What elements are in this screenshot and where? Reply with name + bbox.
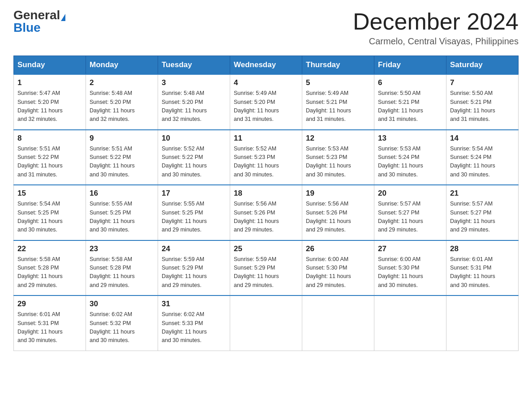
calendar-day-cell (374, 295, 446, 351)
calendar-header-row: SundayMondayTuesdayWednesdayThursdayFrid… (14, 56, 519, 75)
day-info: Sunrise: 6:02 AM Sunset: 5:33 PM Dayligh… (162, 310, 226, 345)
day-info: Sunrise: 5:58 AM Sunset: 5:28 PM Dayligh… (17, 255, 82, 290)
day-number: 9 (90, 134, 154, 143)
day-of-week-header: Monday (86, 56, 158, 75)
day-info: Sunrise: 5:52 AM Sunset: 5:23 PM Dayligh… (234, 145, 298, 180)
day-number: 27 (378, 244, 442, 253)
day-info: Sunrise: 6:02 AM Sunset: 5:32 PM Dayligh… (90, 310, 154, 345)
day-info: Sunrise: 5:56 AM Sunset: 5:26 PM Dayligh… (234, 200, 298, 235)
calendar-day-cell: 2 Sunrise: 5:48 AM Sunset: 5:20 PM Dayli… (86, 74, 158, 130)
day-info: Sunrise: 5:52 AM Sunset: 5:22 PM Dayligh… (162, 145, 226, 180)
calendar-week-row: 15 Sunrise: 5:54 AM Sunset: 5:25 PM Dayl… (14, 185, 519, 240)
logo-general-text: General (13, 8, 60, 22)
day-info: Sunrise: 5:47 AM Sunset: 5:20 PM Dayligh… (17, 89, 82, 124)
calendar-day-cell (446, 295, 519, 351)
day-info: Sunrise: 6:01 AM Sunset: 5:31 PM Dayligh… (450, 255, 515, 290)
day-number: 11 (234, 134, 298, 143)
day-info: Sunrise: 5:57 AM Sunset: 5:27 PM Dayligh… (378, 200, 442, 235)
calendar-day-cell: 29 Sunrise: 6:01 AM Sunset: 5:31 PM Dayl… (14, 295, 86, 351)
logo-top: General (13, 9, 65, 21)
day-number: 6 (378, 78, 442, 87)
calendar-day-cell: 15 Sunrise: 5:54 AM Sunset: 5:25 PM Dayl… (14, 185, 86, 240)
day-number: 20 (378, 189, 442, 198)
calendar-day-cell: 3 Sunrise: 5:48 AM Sunset: 5:20 PM Dayli… (158, 74, 230, 130)
calendar-day-cell: 6 Sunrise: 5:50 AM Sunset: 5:21 PM Dayli… (374, 74, 446, 130)
day-info: Sunrise: 6:00 AM Sunset: 5:30 PM Dayligh… (378, 255, 442, 290)
calendar-day-cell (302, 295, 374, 351)
day-info: Sunrise: 5:55 AM Sunset: 5:25 PM Dayligh… (162, 200, 226, 235)
day-number: 19 (306, 189, 370, 198)
day-of-week-header: Thursday (302, 56, 374, 75)
calendar-day-cell: 8 Sunrise: 5:51 AM Sunset: 5:22 PM Dayli… (14, 130, 86, 185)
day-number: 23 (90, 244, 154, 253)
calendar-week-row: 22 Sunrise: 5:58 AM Sunset: 5:28 PM Dayl… (14, 240, 519, 296)
day-info: Sunrise: 5:55 AM Sunset: 5:25 PM Dayligh… (90, 200, 154, 235)
day-number: 8 (17, 134, 82, 143)
calendar-day-cell: 18 Sunrise: 5:56 AM Sunset: 5:26 PM Dayl… (230, 185, 302, 240)
day-number: 30 (90, 300, 154, 308)
calendar-day-cell: 31 Sunrise: 6:02 AM Sunset: 5:33 PM Dayl… (158, 295, 230, 351)
day-of-week-header: Friday (374, 56, 446, 75)
day-info: Sunrise: 5:56 AM Sunset: 5:26 PM Dayligh… (306, 200, 370, 235)
day-of-week-header: Wednesday (230, 56, 302, 75)
day-info: Sunrise: 5:53 AM Sunset: 5:24 PM Dayligh… (378, 145, 442, 180)
day-number: 2 (90, 78, 154, 87)
day-number: 18 (234, 189, 298, 198)
calendar-day-cell: 1 Sunrise: 5:47 AM Sunset: 5:20 PM Dayli… (14, 74, 86, 130)
day-info: Sunrise: 5:51 AM Sunset: 5:22 PM Dayligh… (17, 145, 82, 180)
day-info: Sunrise: 5:54 AM Sunset: 5:24 PM Dayligh… (450, 145, 515, 180)
page-header: General Blue December 2024 Carmelo, Cent… (13, 9, 519, 47)
calendar-day-cell: 16 Sunrise: 5:55 AM Sunset: 5:25 PM Dayl… (86, 185, 158, 240)
day-number: 29 (17, 300, 82, 308)
calendar-day-cell (230, 295, 302, 351)
calendar-day-cell: 21 Sunrise: 5:57 AM Sunset: 5:27 PM Dayl… (446, 185, 519, 240)
day-info: Sunrise: 5:49 AM Sunset: 5:20 PM Dayligh… (234, 89, 298, 124)
calendar-day-cell: 9 Sunrise: 5:51 AM Sunset: 5:22 PM Dayli… (86, 130, 158, 185)
day-of-week-header: Sunday (14, 56, 86, 75)
calendar-day-cell: 11 Sunrise: 5:52 AM Sunset: 5:23 PM Dayl… (230, 130, 302, 185)
calendar-week-row: 8 Sunrise: 5:51 AM Sunset: 5:22 PM Dayli… (14, 130, 519, 185)
logo-blue-text: Blue (13, 21, 41, 34)
calendar-day-cell: 27 Sunrise: 6:00 AM Sunset: 5:30 PM Dayl… (374, 240, 446, 296)
calendar-day-cell: 25 Sunrise: 5:59 AM Sunset: 5:29 PM Dayl… (230, 240, 302, 296)
day-number: 1 (17, 78, 82, 87)
day-number: 21 (450, 189, 515, 198)
day-number: 14 (450, 134, 515, 143)
calendar-week-row: 29 Sunrise: 6:01 AM Sunset: 5:31 PM Dayl… (14, 295, 519, 351)
day-info: Sunrise: 5:50 AM Sunset: 5:21 PM Dayligh… (450, 89, 515, 124)
calendar-day-cell: 24 Sunrise: 5:59 AM Sunset: 5:29 PM Dayl… (158, 240, 230, 296)
day-info: Sunrise: 5:49 AM Sunset: 5:21 PM Dayligh… (306, 89, 370, 124)
day-info: Sunrise: 6:00 AM Sunset: 5:30 PM Dayligh… (306, 255, 370, 290)
calendar-day-cell: 19 Sunrise: 5:56 AM Sunset: 5:26 PM Dayl… (302, 185, 374, 240)
logo-triangle-icon (61, 14, 65, 21)
day-number: 16 (90, 189, 154, 198)
day-info: Sunrise: 6:01 AM Sunset: 5:31 PM Dayligh… (17, 310, 82, 345)
calendar-day-cell: 13 Sunrise: 5:53 AM Sunset: 5:24 PM Dayl… (374, 130, 446, 185)
calendar-day-cell: 28 Sunrise: 6:01 AM Sunset: 5:31 PM Dayl… (446, 240, 519, 296)
day-of-week-header: Tuesday (158, 56, 230, 75)
day-info: Sunrise: 5:59 AM Sunset: 5:29 PM Dayligh… (234, 255, 298, 290)
day-info: Sunrise: 5:48 AM Sunset: 5:20 PM Dayligh… (90, 89, 154, 124)
day-number: 7 (450, 78, 515, 87)
day-number: 28 (450, 244, 515, 253)
day-of-week-header: Saturday (446, 56, 519, 75)
day-number: 12 (306, 134, 370, 143)
day-number: 25 (234, 244, 298, 253)
day-info: Sunrise: 5:58 AM Sunset: 5:28 PM Dayligh… (90, 255, 154, 290)
day-number: 10 (162, 134, 226, 143)
day-info: Sunrise: 5:48 AM Sunset: 5:20 PM Dayligh… (162, 89, 226, 124)
logo: General Blue (13, 9, 65, 34)
day-number: 22 (17, 244, 82, 253)
day-info: Sunrise: 5:59 AM Sunset: 5:29 PM Dayligh… (162, 255, 226, 290)
calendar-day-cell: 10 Sunrise: 5:52 AM Sunset: 5:22 PM Dayl… (158, 130, 230, 185)
day-number: 17 (162, 189, 226, 198)
calendar-title: December 2024 (353, 9, 519, 34)
calendar-day-cell: 5 Sunrise: 5:49 AM Sunset: 5:21 PM Dayli… (302, 74, 374, 130)
day-number: 15 (17, 189, 82, 198)
day-number: 26 (306, 244, 370, 253)
day-info: Sunrise: 5:50 AM Sunset: 5:21 PM Dayligh… (378, 89, 442, 124)
calendar-day-cell: 17 Sunrise: 5:55 AM Sunset: 5:25 PM Dayl… (158, 185, 230, 240)
header-right: December 2024 Carmelo, Central Visayas, … (353, 9, 519, 47)
day-info: Sunrise: 5:51 AM Sunset: 5:22 PM Dayligh… (90, 145, 154, 180)
day-info: Sunrise: 5:53 AM Sunset: 5:23 PM Dayligh… (306, 145, 370, 180)
